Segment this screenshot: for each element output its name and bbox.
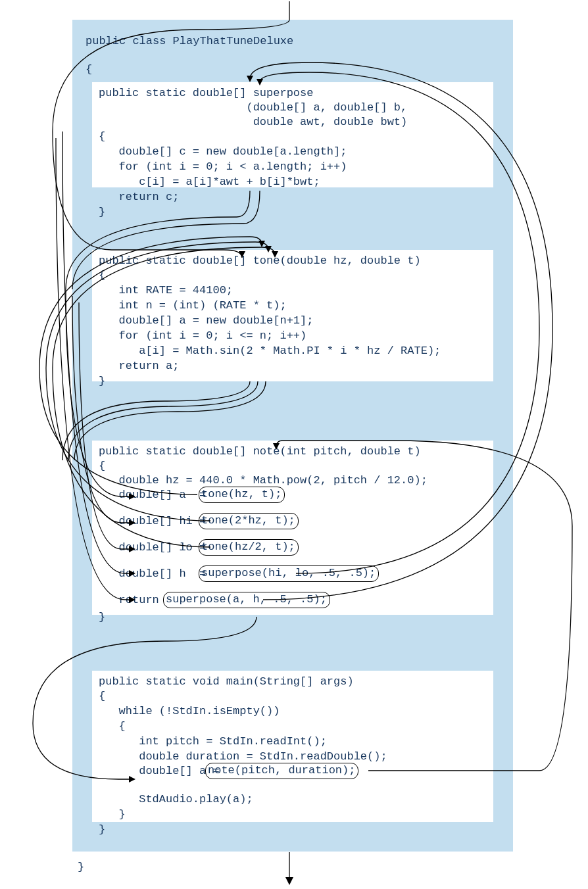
method-superpose: public static double[] superpose (double… xyxy=(92,82,493,187)
superpose-body: { double[] c = new double[a.length]; for… xyxy=(99,130,347,220)
call-superpose-hilo: superpose(hi, lo, .5, .5); xyxy=(199,565,379,582)
call-tone-a: tone(hz, t); xyxy=(199,487,285,503)
tone-body: { int RATE = 44100; int n = (int) (RATE … xyxy=(99,268,441,389)
main-body2: StdAudio.play(a); } } xyxy=(99,792,253,838)
call-superpose-ah: superpose(a, h, .5, .5); xyxy=(163,592,330,608)
method-note: public static double[] note(int pitch, d… xyxy=(92,441,493,615)
superpose-sig1: public static double[] superpose xyxy=(99,86,313,101)
method-tone: public static double[] tone(double hz, d… xyxy=(92,250,493,381)
diagram-page: public class PlayThatTuneDeluxe { } publ… xyxy=(0,0,588,889)
call-note: note(pitch, duration); xyxy=(205,763,358,779)
superpose-sig3: double awt, double bwt) xyxy=(99,115,407,130)
note-l4a: double[] lo = xyxy=(99,541,212,556)
tone-sig: public static double[] tone(double hz, d… xyxy=(99,254,421,269)
class-decl: public class PlayThatTuneDeluxe xyxy=(86,34,293,49)
call-tone-hi: tone(2*hz, t); xyxy=(199,513,299,529)
note-l5a: double[] h = xyxy=(99,567,212,582)
note-l6a: return xyxy=(99,593,166,608)
note-sig: public static double[] note(int pitch, d… xyxy=(99,445,421,460)
superpose-sig2: (double[] a, double[] b, xyxy=(99,101,407,116)
class-open-brace: { xyxy=(86,62,92,78)
note-close: } xyxy=(99,610,105,625)
method-main: public static void main(String[] args) {… xyxy=(92,671,493,822)
call-tone-lo: tone(hz/2, t); xyxy=(199,539,299,556)
note-l2a: double[] a = xyxy=(99,488,212,503)
main-body1: { while (!StdIn.isEmpty()) { int pitch =… xyxy=(99,689,387,765)
note-l3a: double[] hi = xyxy=(99,514,212,529)
note-open: { xyxy=(99,459,105,474)
class-close-brace: } xyxy=(78,860,84,875)
svg-marker-13 xyxy=(285,877,293,885)
main-sig: public static void main(String[] args) xyxy=(99,675,354,690)
